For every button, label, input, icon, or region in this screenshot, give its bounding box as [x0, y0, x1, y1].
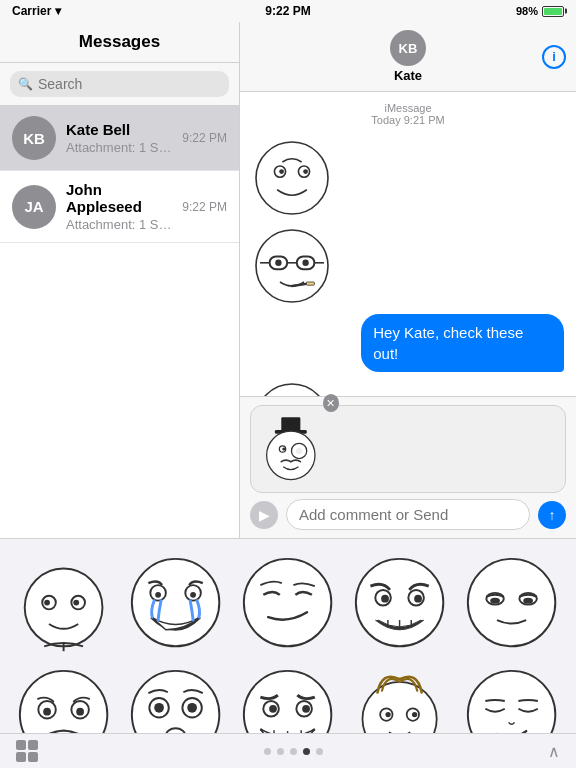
svg-point-41: [244, 559, 331, 646]
svg-point-30: [25, 569, 103, 647]
svg-point-59: [77, 708, 85, 716]
message-row-sticker3: [252, 380, 564, 396]
input-row: ▶ ↑: [250, 499, 566, 530]
dot-4-active[interactable]: [303, 748, 310, 755]
svg-point-60: [132, 671, 219, 733]
carrier-label: Carrier: [12, 4, 51, 18]
svg-point-50: [468, 559, 555, 646]
svg-point-67: [244, 671, 331, 733]
svg-point-34: [74, 600, 80, 606]
conv-time-kate-bell: 9:22 PM: [182, 131, 227, 145]
conv-name-john-appleseed: John Appleseed: [66, 181, 172, 215]
svg-point-40: [191, 592, 197, 598]
grid-icon[interactable]: [16, 740, 38, 762]
dot-5[interactable]: [316, 748, 323, 755]
sticker-received-2: [252, 226, 332, 306]
message-row-sticker1: [252, 138, 564, 218]
search-input-wrapper[interactable]: 🔍: [10, 71, 229, 97]
sticker-cell-8[interactable]: [234, 661, 342, 733]
svg-point-3: [279, 169, 284, 174]
sticker-received-3: [252, 380, 332, 396]
svg-point-39: [156, 592, 162, 598]
svg-point-46: [415, 595, 423, 603]
svg-point-53: [491, 598, 501, 604]
svg-point-4: [303, 169, 308, 174]
svg-point-55: [20, 671, 107, 733]
svg-point-79: [412, 712, 417, 717]
avatar-kate-bell: KB: [12, 116, 56, 160]
svg-point-36: [132, 559, 219, 646]
info-button[interactable]: i: [542, 45, 566, 69]
svg-point-42: [356, 559, 443, 646]
svg-point-27: [296, 448, 302, 454]
sticker-grid: [0, 539, 576, 733]
sticker-cell-4[interactable]: [346, 549, 454, 657]
svg-point-33: [45, 600, 51, 606]
sticker-picker: ∧: [0, 538, 576, 768]
svg-point-12: [302, 260, 308, 266]
messages-list: Messages 🔍 KB Kate Bell Attachment: 1 St…: [0, 22, 240, 538]
sticker-received-1: [252, 138, 332, 218]
expand-button[interactable]: ▶: [250, 501, 278, 529]
chat-header: KB Kate i: [240, 22, 576, 92]
sticker-preview-area: ✕: [250, 405, 566, 493]
picker-dots: [264, 748, 323, 755]
wifi-icon: ▾: [55, 4, 61, 18]
conv-preview-john-appleseed: Attachment: 1 Sticker: [66, 217, 172, 232]
send-button[interactable]: ↑: [538, 501, 566, 529]
sticker-cell-6[interactable]: [10, 661, 118, 733]
picker-bottom-bar: ∧: [0, 733, 576, 768]
battery-icon: [542, 6, 564, 17]
battery-fill: [544, 8, 562, 15]
svg-rect-14: [306, 282, 314, 285]
svg-point-63: [155, 703, 165, 713]
conv-time-john-appleseed: 9:22 PM: [182, 200, 227, 214]
dot-3[interactable]: [290, 748, 297, 755]
status-left: Carrier ▾: [12, 4, 61, 18]
sticker-cell-2[interactable]: [122, 549, 230, 657]
chat-panel: KB Kate i iMessage Today 9:21 PM: [240, 22, 576, 538]
conversation-item-kate-bell[interactable]: KB Kate Bell Attachment: 1 Sticker 9:22 …: [0, 106, 239, 171]
message-row-sticker2: [252, 226, 564, 306]
svg-point-71: [303, 705, 311, 713]
svg-point-5: [256, 230, 328, 302]
conv-info-kate-bell: Kate Bell Attachment: 1 Sticker: [66, 121, 172, 155]
message-row-sent: Hey Kate, check these out!: [252, 314, 564, 372]
messages-header: Messages: [0, 22, 239, 63]
sticker-cell-9[interactable]: [346, 661, 454, 733]
sticker-remove-button[interactable]: ✕: [323, 394, 339, 412]
sticker-preview-svg: [259, 414, 323, 484]
sticker-cell-3[interactable]: [234, 549, 342, 657]
dot-2[interactable]: [277, 748, 284, 755]
bubble-sent: Hey Kate, check these out!: [361, 314, 564, 372]
svg-point-11: [275, 260, 281, 266]
svg-point-0: [256, 142, 328, 214]
chevron-up-button[interactable]: ∧: [548, 742, 560, 761]
conv-preview-kate-bell: Attachment: 1 Sticker: [66, 140, 172, 155]
svg-point-70: [270, 705, 278, 713]
search-icon: 🔍: [18, 77, 33, 91]
sticker-cell-7[interactable]: [122, 661, 230, 733]
dot-1[interactable]: [264, 748, 271, 755]
chat-contact-name: Kate: [394, 68, 422, 83]
svg-point-29: [282, 447, 285, 450]
comment-input[interactable]: [286, 499, 530, 530]
svg-point-78: [386, 712, 391, 717]
chat-messages: iMessage Today 9:21 PM: [240, 92, 576, 396]
conversation-item-john-appleseed[interactable]: JA John Appleseed Attachment: 1 Sticker …: [0, 171, 239, 243]
svg-point-58: [44, 708, 52, 716]
status-time: 9:22 PM: [265, 4, 310, 18]
sticker-cell-10[interactable]: [458, 661, 566, 733]
status-right: 98%: [516, 5, 564, 17]
battery-percent: 98%: [516, 5, 538, 17]
svg-point-75: [363, 682, 437, 733]
avatar-john-appleseed: JA: [12, 185, 56, 229]
svg-rect-23: [281, 417, 300, 431]
svg-point-80: [468, 671, 555, 733]
search-input[interactable]: [38, 76, 221, 92]
conv-info-john-appleseed: John Appleseed Attachment: 1 Sticker: [66, 181, 172, 232]
sticker-cell-5[interactable]: [458, 549, 566, 657]
svg-point-45: [382, 595, 390, 603]
conv-name-kate-bell: Kate Bell: [66, 121, 172, 138]
sticker-cell-1[interactable]: [10, 549, 118, 657]
